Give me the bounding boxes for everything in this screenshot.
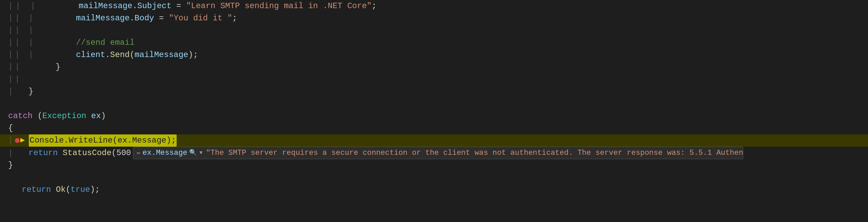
code-token: Console.WriteLine(ex.Message); [29,134,177,147]
code-token: . [105,49,110,61]
code-line: ​ { [0,122,868,134]
code-token [58,147,62,159]
code-line: ​ [0,171,868,184]
code-token: client [76,49,105,61]
code-token: ( [130,49,134,61]
breakpoint-indicator: ▶ [15,137,25,144]
current-line-arrow: ▶ [20,137,25,144]
code-token: ) [101,110,106,122]
code-content: ​ | | | mailMessage.Subject = "Learn SMT… [0,0,868,196]
code-token: . [132,0,137,12]
code-token: = [154,12,169,24]
code-token: mailMessage [135,49,188,61]
code-token: Subject [137,0,172,12]
code-token: . [130,12,134,24]
code-editor: ​ | | | mailMessage.Subject = "Learn SMT… [0,0,868,222]
debug-dropdown-arrow[interactable]: ▾ [199,147,203,159]
code-line: ​ [0,98,868,110]
code-token: return [22,184,51,196]
code-token: true [71,184,90,196]
code-token: ( [33,110,42,122]
debug-var-name: ex.Message [142,147,187,159]
code-line: ​ | | } [0,61,868,73]
code-token [86,110,91,122]
code-line-with-tooltip: ​ | return StatusCode (500 ✏ ex.Message … [0,147,868,159]
code-token: catch [8,110,33,122]
debug-search-icon: 🔍 [189,148,197,158]
code-token: StatusCode [63,147,112,159]
code-line: ​ | } [0,86,868,98]
code-line: ​ | | | mailMessage.Subject = "Learn SMT… [0,0,868,12]
code-token: //send email [76,37,135,49]
code-line: ​ | | | mailMessage.Body = "You did it "… [0,12,868,24]
code-line: ​ | | [0,73,868,86]
code-line: ​ catch (Exception ex) [0,110,868,122]
code-token: "Learn SMTP sending mail in .NET Core" [186,0,372,12]
code-token: { [8,122,13,134]
code-token: ); [90,184,100,196]
code-token: ex [91,110,101,122]
code-line: ​ return Ok ( true ); [0,184,868,196]
code-token: Send [110,49,130,61]
debug-tooltip[interactable]: ✏ ex.Message 🔍 ▾ "The SMTP server requir… [133,147,743,159]
bp-dot [15,138,20,143]
code-token: ; [372,0,376,12]
code-token [51,184,56,196]
code-token: mailMessage [79,0,132,12]
code-token: ; [232,12,237,24]
code-token: mailMessage [76,12,130,24]
code-token: ( [66,184,71,196]
current-debug-line: ​ | ▶ Console.WriteLine(ex.Message); [0,134,868,147]
debug-edit-icon: ✏ [137,148,140,158]
code-line: ​ } [0,159,868,171]
code-token: "You did it " [169,12,232,24]
code-token: ); [188,49,198,61]
code-token: = [172,0,186,12]
code-line: ​ | | | client.Send(mailMessage); [0,49,868,61]
code-token: } [28,86,33,98]
code-line: ​ | | | //send email [0,37,868,49]
debug-value: "The SMTP server requires a secure conne… [206,147,744,159]
guide-lines: ​ [0,0,8,12]
code-token: } [8,159,13,171]
code-token: } [56,61,60,73]
code-token: Ok [56,184,66,196]
code-token: return [28,147,58,159]
code-token: (500 [112,147,131,159]
code-token: Exception [42,110,86,122]
code-line: ​ | | | [0,24,868,37]
code-token: Body [135,12,154,24]
